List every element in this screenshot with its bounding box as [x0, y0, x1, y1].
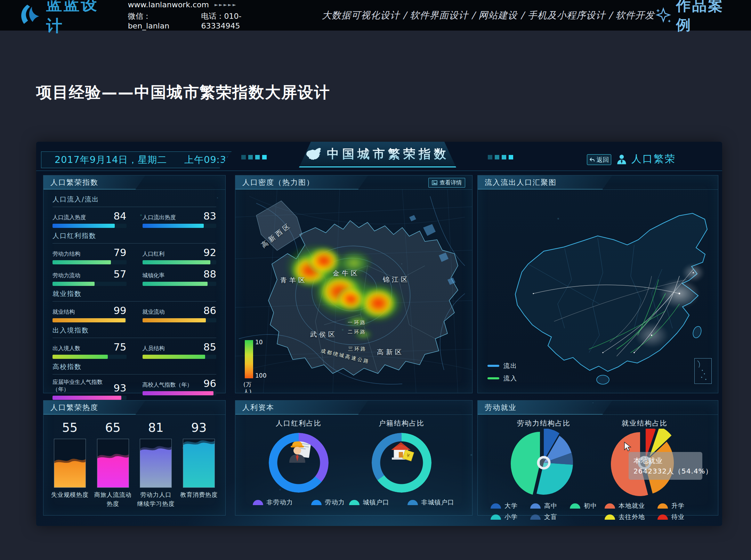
photo-icon	[432, 180, 437, 185]
panel-tab: 劳动就业	[478, 401, 612, 414]
divider	[53, 207, 216, 207]
metric-value: 83	[203, 211, 216, 221]
legend-item: 本地就业	[605, 502, 645, 510]
current-date: 2017年9月14日，星期二	[55, 154, 167, 166]
panel-title: 人口密度（热力图）	[242, 178, 314, 187]
heat-tank: 55失业规模热度	[49, 416, 90, 515]
progress-fill	[53, 260, 111, 264]
metric-label: 出入境人数	[53, 345, 80, 352]
panel-title: 人口繁荣热度	[50, 403, 98, 412]
taiwan-island	[692, 325, 702, 339]
section-title: 人口流入/流出	[53, 195, 216, 204]
legend-item: 高中	[530, 502, 557, 510]
legend-fan-swatch	[491, 503, 501, 509]
legend-item: 待业	[657, 513, 685, 521]
section-title: 就业指数	[53, 289, 216, 298]
metric: 高校人气指数（年）96	[143, 379, 217, 400]
section-title: 高校指数	[53, 362, 216, 371]
divider	[53, 338, 216, 338]
heat-tank: 81劳动力人口继续学习热度	[135, 416, 176, 515]
flow-legend: 流出流入	[487, 357, 517, 382]
wechat-label: 微信：ben_lanlan	[128, 11, 189, 30]
metric-value: 86	[203, 306, 216, 316]
tank-label: 商旅人流流动热度	[92, 491, 134, 508]
back-button[interactable]: 返回	[587, 154, 611, 165]
back-arrow-icon	[589, 157, 595, 162]
progress-track	[143, 391, 217, 395]
panel-tab: 流入流出人口汇聚图	[478, 175, 612, 189]
phone-label: 电话：010-63334945	[201, 11, 276, 30]
site-url: www.lanlanwork.com	[128, 0, 209, 9]
pie-chart-labor-structure: 劳动力结构占比 大学高中初中小学文盲	[492, 416, 596, 521]
donut-legend: 城镇户口非城镇户口	[349, 498, 454, 507]
divider	[53, 243, 216, 244]
progress-track	[143, 318, 217, 322]
road-label: 二环路	[348, 329, 366, 335]
metric-label: 人员结构	[143, 345, 165, 352]
legend-label: 大学	[504, 502, 518, 510]
mode-indicator[interactable]: 人口繁荣	[616, 152, 676, 166]
metric-label: 人口流出热度	[143, 214, 176, 221]
index-section: 就业指数就业结构99就业流动86	[53, 289, 216, 322]
district-label: 青羊区	[280, 276, 307, 285]
legend-item: 非城镇户口	[407, 498, 454, 507]
metric-label: 人口红利	[143, 250, 165, 258]
portfolio-link[interactable]: 作品案例	[655, 0, 737, 35]
metric-value: 75	[114, 342, 127, 352]
legend-label: 非城镇户口	[421, 498, 454, 507]
datetime-box: 2017年9月14日，星期二 上午09:30:19	[41, 151, 232, 168]
site-header: 蓝蓝设计 www.lanlanwork.com ►►►►► 微信：ben_lan…	[0, 0, 751, 31]
metric: 就业流动86	[143, 306, 217, 322]
dashboard-title-banner: 中国城市繁荣指数	[299, 142, 456, 167]
china-map-icon	[306, 148, 321, 161]
legend-item: 劳动力	[311, 498, 345, 507]
metric-label: 就业结构	[53, 308, 75, 316]
metric-value: 99	[114, 306, 127, 316]
metric-label: 劳动力流动	[53, 272, 80, 279]
metric: 城镇化率88	[143, 269, 217, 286]
section-title: 人口红利指数	[53, 231, 216, 240]
panel-density-heatmap: 人口密度（热力图） 查看详情	[235, 175, 473, 393]
metric-value: 79	[114, 248, 127, 258]
panel-tab: 人利资本	[235, 401, 368, 414]
progress-fill	[143, 282, 208, 286]
tank-label: 劳动力人口继续学习热度	[137, 491, 175, 508]
progress-track	[143, 282, 217, 286]
progress-fill	[53, 355, 108, 359]
legend-fan-swatch	[407, 500, 418, 505]
tooltip-series: 本地就业	[633, 455, 697, 466]
deco-squares-right	[488, 155, 513, 159]
legend-label: 升学	[671, 502, 685, 510]
tooltip-value: 2642332人（54.4%）	[633, 466, 697, 476]
person-icon	[616, 154, 627, 165]
tank-container	[97, 439, 129, 488]
metric-value: 92	[203, 248, 216, 258]
metric: 劳动力流动57	[53, 269, 127, 286]
legend-item: 去往外地	[605, 513, 645, 521]
panel-population-heat: 人口繁荣热度 55失业规模热度65商旅人流流动热度81劳动力人口继续学习热度93…	[43, 400, 226, 516]
view-detail-button[interactable]: 查看详情	[428, 178, 465, 188]
legend-fan-swatch	[349, 500, 360, 505]
sparkle-star-icon	[655, 6, 672, 24]
services-list: 大数据可视化设计 / 软件界面设计 / 网站建设 / 手机及小程序设计 / 软件…	[322, 9, 655, 22]
legend-label: 流出	[503, 362, 517, 370]
progress-track	[53, 224, 127, 228]
logo-text: 蓝蓝设计	[46, 0, 113, 37]
district-label: 高新区	[377, 348, 404, 357]
flow-legend-item: 流入	[487, 374, 517, 382]
metric: 人口流出热度83	[143, 211, 217, 228]
panel-employment: 劳动就业 劳动力结构占比 大学高中初中小学文盲 就业结构占比 本地就业升学去往外…	[477, 400, 718, 516]
legend-label: 去往外地	[619, 513, 645, 521]
donut-chart-household: 户籍结构占比 ¥ 城镇户口非城镇户口	[349, 416, 454, 507]
district-label: 金牛区	[333, 269, 360, 278]
legend-label: 城镇户口	[363, 498, 389, 507]
tank-container	[183, 439, 215, 488]
logo[interactable]: 蓝蓝设计	[17, 0, 113, 37]
pie-slice[interactable]	[511, 432, 540, 495]
legend-fan-swatch	[530, 514, 541, 520]
pie-legend: 本地就业升学去往外地待业	[605, 502, 685, 521]
panel-tab: 人口繁荣热度	[43, 401, 145, 414]
tank-value: 93	[191, 421, 207, 435]
current-time: 上午09:30:19	[184, 154, 249, 166]
legend-label: 本地就业	[619, 502, 645, 510]
